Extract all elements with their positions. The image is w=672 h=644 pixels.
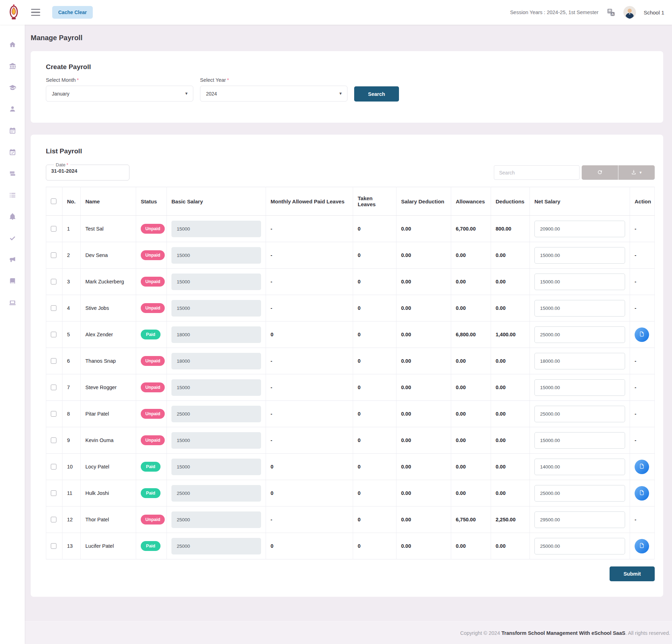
- net-salary-input[interactable]: [534, 406, 625, 422]
- sidebar-item-bank[interactable]: [0, 56, 25, 78]
- status-badge: Unpaid: [141, 435, 165, 445]
- salary-deduction-value: 0.00: [396, 507, 451, 533]
- action-empty: -: [635, 305, 636, 311]
- basic-salary-input[interactable]: [171, 274, 261, 290]
- row-checkbox[interactable]: [51, 358, 56, 364]
- employee-name: Thanos Snap: [81, 348, 136, 374]
- select-all-checkbox[interactable]: [51, 198, 56, 204]
- net-salary-input[interactable]: [534, 538, 625, 554]
- basic-salary-input[interactable]: [171, 538, 261, 554]
- row-checkbox[interactable]: [51, 279, 56, 284]
- payslip-button[interactable]: [635, 486, 649, 501]
- basic-salary-input[interactable]: [171, 379, 261, 396]
- row-checkbox[interactable]: [51, 437, 56, 443]
- svg-text:A: A: [611, 12, 614, 16]
- row-checkbox[interactable]: [51, 252, 56, 258]
- net-salary-input[interactable]: [534, 459, 625, 475]
- net-salary-input[interactable]: [534, 247, 625, 264]
- net-salary-input[interactable]: [534, 511, 625, 528]
- allowances-value: 6,800.00: [451, 321, 491, 348]
- list-payroll-card: List Payroll Date*: [31, 135, 663, 597]
- sidebar-item-calendar-check[interactable]: [0, 142, 25, 164]
- payslip-button[interactable]: [635, 327, 649, 342]
- basic-salary-input[interactable]: [171, 485, 261, 502]
- allowances-value: 0.00: [451, 480, 491, 507]
- net-salary-input[interactable]: [534, 326, 625, 343]
- footer-link[interactable]: Transform School Management With eSchool…: [502, 630, 625, 636]
- row-checkbox[interactable]: [51, 543, 56, 549]
- allowances-value: 0.00: [451, 454, 491, 480]
- row-checkbox[interactable]: [51, 411, 56, 417]
- salary-deduction-value: 0.00: [396, 295, 451, 321]
- row-checkbox[interactable]: [51, 517, 56, 522]
- sidebar-item-check[interactable]: [0, 228, 25, 250]
- sidebar-item-graduation-cap[interactable]: [0, 78, 25, 99]
- sidebar-item-list[interactable]: [0, 185, 25, 207]
- date-field: Date*: [46, 162, 129, 180]
- action-empty: -: [635, 385, 636, 390]
- row-checkbox[interactable]: [51, 226, 56, 232]
- row-checkbox[interactable]: [51, 490, 56, 496]
- school-name-label[interactable]: School 1: [644, 10, 664, 16]
- payroll-table-row: 11Hulk JoshiPaid000.000.000.00: [46, 480, 655, 507]
- sidebar-item-laptop[interactable]: [0, 293, 25, 314]
- row-number: 1: [62, 216, 81, 242]
- net-salary-input[interactable]: [534, 432, 625, 449]
- net-salary-input[interactable]: [534, 353, 625, 369]
- row-number: 7: [62, 374, 81, 401]
- net-salary-input[interactable]: [534, 300, 625, 317]
- row-checkbox[interactable]: [51, 332, 56, 337]
- monthly-allowed-paid-leaves-value: 0: [266, 480, 353, 507]
- payslip-button[interactable]: [635, 539, 649, 553]
- salary-deduction-value: 0.00: [396, 321, 451, 348]
- taken-leaves-value: 0: [353, 269, 396, 295]
- row-checkbox[interactable]: [51, 464, 56, 470]
- search-button[interactable]: Search: [354, 86, 399, 102]
- row-checkbox[interactable]: [51, 385, 56, 390]
- basic-salary-input[interactable]: [171, 300, 261, 317]
- action-empty: -: [635, 226, 636, 232]
- row-checkbox[interactable]: [51, 305, 56, 311]
- status-badge: Unpaid: [141, 515, 165, 525]
- net-salary-input[interactable]: [534, 274, 625, 290]
- cache-clear-button[interactable]: Cache Clear: [52, 6, 93, 19]
- basic-salary-input[interactable]: [171, 406, 261, 422]
- basic-salary-input[interactable]: [171, 353, 261, 369]
- sidebar-item-home[interactable]: [0, 35, 25, 56]
- date-input[interactable]: [51, 168, 118, 174]
- monthly-allowed-paid-leaves-value: 0: [266, 454, 353, 480]
- action-empty: -: [635, 437, 636, 443]
- sidebar-nav: [0, 25, 25, 644]
- basic-salary-input[interactable]: [171, 326, 261, 343]
- status-badge: Paid: [141, 462, 161, 472]
- monthly-allowed-paid-leaves-value: -: [266, 348, 353, 374]
- payslip-button[interactable]: [635, 460, 649, 474]
- sidebar-item-book[interactable]: [0, 271, 25, 293]
- refresh-button[interactable]: [582, 165, 618, 180]
- avatar[interactable]: [623, 6, 636, 19]
- submit-button[interactable]: Submit: [610, 566, 655, 581]
- row-number: 8: [62, 401, 81, 427]
- translate-icon[interactable]: A: [606, 8, 616, 17]
- net-salary-input[interactable]: [534, 221, 625, 237]
- basic-salary-input[interactable]: [171, 247, 261, 264]
- sidebar-toggle-icon[interactable]: [31, 9, 40, 16]
- sidebar-item-user[interactable]: [0, 99, 25, 121]
- net-salary-input[interactable]: [534, 379, 625, 396]
- basic-salary-input[interactable]: [171, 511, 261, 528]
- monthly-allowed-paid-leaves-value: -: [266, 507, 353, 533]
- table-search-input[interactable]: [494, 165, 580, 180]
- sidebar-item-calendar[interactable]: [0, 121, 25, 142]
- basic-salary-input[interactable]: [171, 221, 261, 237]
- salary-deduction-value: 0.00: [396, 480, 451, 507]
- basic-salary-input[interactable]: [171, 459, 261, 475]
- sidebar-item-bell[interactable]: [0, 207, 25, 228]
- net-salary-input[interactable]: [534, 485, 625, 502]
- download-button[interactable]: ▼: [618, 165, 655, 180]
- sidebar-item-cash[interactable]: [0, 164, 25, 185]
- basic-salary-input[interactable]: [171, 432, 261, 449]
- sidebar-item-megaphone[interactable]: [0, 250, 25, 271]
- employee-name: Hulk Joshi: [81, 480, 136, 507]
- year-select[interactable]: 2024: [200, 86, 347, 102]
- month-select[interactable]: January: [46, 86, 193, 102]
